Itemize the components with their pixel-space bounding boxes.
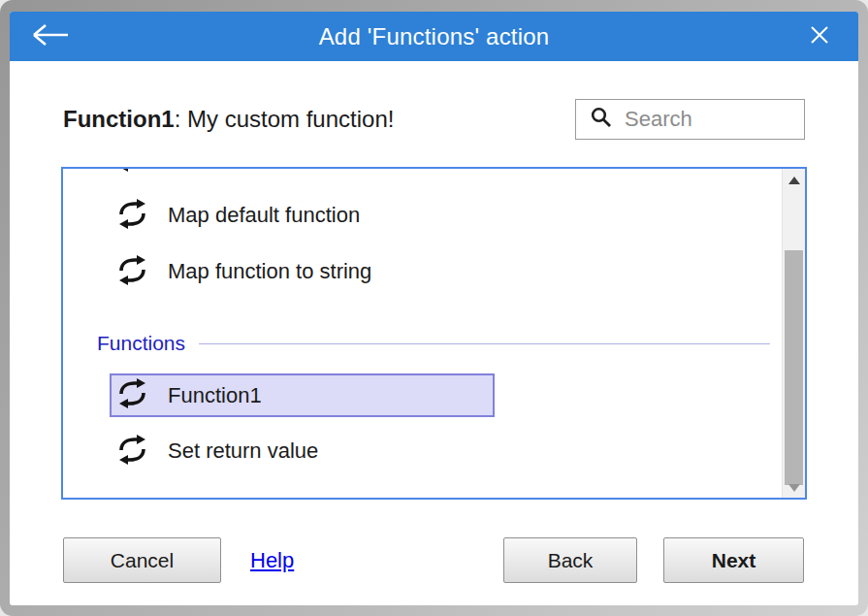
section-header-functions: Functions <box>97 330 770 357</box>
clipped-list-item[interactable] <box>63 169 782 177</box>
help-link[interactable]: Help <box>250 548 294 573</box>
sync-icon <box>116 377 148 413</box>
close-button[interactable] <box>796 12 843 61</box>
action-list-content: Map default function Map function to str… <box>63 169 782 498</box>
sync-icon <box>116 198 148 234</box>
list-scrollbar[interactable] <box>782 169 805 498</box>
back-arrow-icon <box>30 21 71 52</box>
next-button[interactable]: Next <box>663 537 804 583</box>
back-button[interactable]: Back <box>503 537 637 583</box>
triangle-down-icon <box>788 478 800 496</box>
header-row: Function1: My custom function! <box>63 94 805 145</box>
scroll-down-button[interactable] <box>783 476 806 498</box>
list-item-label: Map default function <box>168 203 360 228</box>
selected-action-summary: Function1: My custom function! <box>63 106 394 133</box>
action-list: Map default function Map function to str… <box>61 167 807 500</box>
selected-action-name: Function1 <box>63 106 175 132</box>
list-item-map-function-to-string[interactable]: Map function to string <box>63 250 782 293</box>
scrollbar-thumb[interactable] <box>785 250 803 485</box>
dialog-title: Add 'Functions' action <box>319 23 550 50</box>
section-divider-line <box>199 343 770 344</box>
list-item-map-default-function[interactable]: Map default function <box>63 194 782 237</box>
sync-icon <box>116 434 148 470</box>
window-frame: Add 'Functions' action Function1: My cus… <box>0 0 868 616</box>
triangle-up-icon <box>788 171 800 188</box>
cancel-button[interactable]: Cancel <box>63 537 221 583</box>
close-icon <box>810 25 829 49</box>
list-item-set-return-value[interactable]: Set return value <box>63 430 782 472</box>
section-label: Functions <box>97 332 185 355</box>
titlebar: Add 'Functions' action <box>10 12 858 61</box>
scroll-up-button[interactable] <box>783 169 806 190</box>
list-item-label: Set return value <box>168 438 318 464</box>
back-arrow-button[interactable] <box>23 12 78 61</box>
add-action-dialog: Add 'Functions' action Function1: My cus… <box>10 12 858 605</box>
search-input[interactable] <box>623 106 788 133</box>
search-icon <box>590 106 613 133</box>
list-item-function1-selected[interactable]: Function1 <box>110 373 495 417</box>
sync-icon <box>116 254 148 290</box>
search-box[interactable] <box>575 99 805 140</box>
list-item-label: Function1 <box>168 383 262 408</box>
footer: Cancel Help Back Next <box>10 518 858 605</box>
list-item-label: Map function to string <box>168 259 371 284</box>
sync-icon <box>116 169 148 177</box>
selected-action-description: My custom function! <box>187 106 394 132</box>
summary-separator: : <box>175 106 187 132</box>
